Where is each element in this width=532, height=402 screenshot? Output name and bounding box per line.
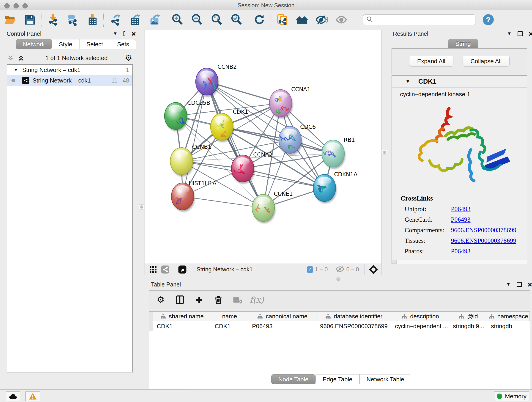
zoom-out-icon[interactable] xyxy=(187,12,207,28)
network-share-view-icon[interactable] xyxy=(161,265,170,274)
tab-node-table[interactable]: Node Table xyxy=(271,374,316,384)
crosslink-link[interactable]: P06493 xyxy=(451,248,471,255)
tab-network[interactable]: Network xyxy=(16,39,52,49)
column-header-shared-name[interactable]: shared name xyxy=(153,312,211,321)
tab-select[interactable]: Select xyxy=(79,39,110,49)
column-header-description[interactable]: description xyxy=(391,312,449,321)
table-cell[interactable]: CDK1 xyxy=(211,321,248,331)
network-edge[interactable] xyxy=(207,82,263,208)
cloud-button[interactable] xyxy=(6,391,20,401)
network-node-HIST1H1A[interactable]: HIST1H1A xyxy=(171,180,216,212)
results-hscrollbar[interactable] xyxy=(392,260,527,264)
delete-table-icon[interactable] xyxy=(231,293,244,307)
column-header-namespace[interactable]: namespace xyxy=(487,312,530,321)
column-header-canonical-name[interactable]: canonical name xyxy=(248,312,317,321)
zoom-fit-icon[interactable] xyxy=(207,12,227,28)
left-splitter-knob[interactable] xyxy=(139,204,144,210)
table-row[interactable]: CDK1CDK1P064939606.ENSP00000378699cyclin… xyxy=(149,321,530,331)
zoom-in-icon[interactable] xyxy=(167,12,187,28)
preview-eye-icon[interactable] xyxy=(331,12,351,28)
network-collection-row[interactable]: ▼ String Network – cdk1 1 xyxy=(7,65,133,75)
collapse-all-icon[interactable] xyxy=(7,55,14,61)
panel-float-icon[interactable] xyxy=(123,31,125,36)
network-node-CDC6[interactable]: CDC6 xyxy=(279,123,316,155)
section-caret-icon[interactable]: ▼ xyxy=(405,79,410,84)
column-header-database-identifier[interactable]: database identifier xyxy=(317,312,391,321)
search-input[interactable] xyxy=(375,17,472,23)
panel-close-icon[interactable]: × xyxy=(528,282,532,287)
birdseye-view-icon[interactable] xyxy=(178,265,187,274)
bottom-splitter-knob[interactable] xyxy=(336,277,340,281)
crosslink-link[interactable]: 9606.ENSP00000378699 xyxy=(451,237,516,244)
grid-view-icon[interactable] xyxy=(149,265,157,274)
tab-network-table[interactable]: Network Table xyxy=(360,374,411,384)
table-tabs: Node TableEdge TableNetwork Table xyxy=(271,374,411,384)
warning-button[interactable] xyxy=(25,391,40,401)
table-cell[interactable]: stringdb:9... xyxy=(449,321,487,331)
tab-sets[interactable]: Sets xyxy=(110,39,136,49)
column-header-name[interactable]: name xyxy=(211,312,248,321)
crosslink-link[interactable]: P06493 xyxy=(451,205,471,213)
network-from-clipboard-icon[interactable] xyxy=(272,12,292,28)
column-visibility-icon[interactable] xyxy=(174,293,186,307)
network-node-RB1[interactable]: RB1 xyxy=(322,137,355,169)
panel-collapse-icon[interactable]: ▼ xyxy=(506,282,511,287)
table-settings-gear-icon[interactable]: ⚙ xyxy=(154,293,167,307)
refresh-layout-icon[interactable] xyxy=(249,12,269,28)
network-edge[interactable] xyxy=(183,82,207,196)
expand-all-button[interactable]: Expand All xyxy=(409,56,453,67)
panel-float-icon[interactable] xyxy=(517,282,522,287)
tree-caret-icon[interactable]: ▼ xyxy=(14,67,18,72)
panel-collapse-icon[interactable]: ▼ xyxy=(507,31,512,36)
panel-close-icon[interactable]: × xyxy=(131,31,136,36)
import-network-database-icon[interactable] xyxy=(63,12,82,28)
table-cell[interactable]: P06493 xyxy=(248,321,317,331)
column-header-@id[interactable]: @id xyxy=(449,312,487,321)
function-builder-icon[interactable]: f(x) xyxy=(251,293,263,307)
network-canvas[interactable]: CCNB2CCNA1CDC25BCDK1CDC6RB1CCNB1CCNA2CDK… xyxy=(145,30,381,264)
tab-style[interactable]: Style xyxy=(52,39,79,49)
gene-section-header[interactable]: ▼ CDK1 xyxy=(392,76,527,88)
toolbar-separator xyxy=(166,13,166,27)
table-cell[interactable]: CDK1 xyxy=(153,321,211,331)
network-node-CCNE1[interactable]: CCNE1 xyxy=(252,191,293,223)
table-cell[interactable]: cyclin–dependent ... xyxy=(391,321,449,331)
delete-column-icon[interactable] xyxy=(212,293,225,307)
crosslink-link[interactable]: P06493 xyxy=(451,216,471,223)
zoom-selected-icon[interactable] xyxy=(227,12,246,28)
import-table-file-icon[interactable] xyxy=(82,12,102,28)
add-column-icon[interactable]: + xyxy=(193,293,205,307)
search-icon xyxy=(366,16,373,24)
table-cell[interactable]: 9606.ENSP00000378699 xyxy=(317,321,391,331)
network-node-CDC25B[interactable]: CDC25B xyxy=(165,99,210,131)
network-node-CCNB2[interactable]: CCNB2 xyxy=(196,64,237,97)
right-splitter-knob[interactable] xyxy=(382,150,387,155)
export-network-icon[interactable] xyxy=(105,12,125,28)
tab-edge-table[interactable]: Edge Table xyxy=(316,374,360,384)
search-box[interactable] xyxy=(363,14,475,25)
save-session-icon[interactable] xyxy=(20,12,40,28)
expand-all-icon[interactable] xyxy=(18,55,25,61)
panel-float-icon[interactable] xyxy=(518,31,523,36)
selected-checkbox-icon[interactable]: ✓ xyxy=(307,266,313,273)
collapse-all-button[interactable]: Collapse All xyxy=(462,56,510,67)
help-button[interactable]: ? xyxy=(483,14,494,25)
panel-collapse-icon[interactable]: ▼ xyxy=(113,31,118,36)
open-session-icon[interactable] xyxy=(0,12,20,28)
home-icon[interactable] xyxy=(292,12,312,28)
network-node-CDKN1A[interactable]: CDKN1A xyxy=(313,171,357,203)
network-options-gear-icon[interactable]: ⚙ xyxy=(125,53,132,63)
memory-button[interactable]: Memory xyxy=(494,391,529,401)
panel-close-icon[interactable]: × xyxy=(529,31,532,36)
network-node-CCNA2[interactable]: CCNA2 xyxy=(231,151,272,184)
export-image-icon[interactable] xyxy=(145,12,164,28)
show-hide-panels-icon[interactable] xyxy=(312,12,331,28)
move-crosshair-icon[interactable] xyxy=(369,265,378,274)
table-cell[interactable]: stringdb xyxy=(487,321,530,331)
network-node-CCNA1[interactable]: CCNA1 xyxy=(269,86,310,119)
export-table-icon[interactable] xyxy=(125,12,145,28)
tab-string[interactable]: String xyxy=(448,39,478,49)
import-network-file-icon[interactable] xyxy=(43,12,63,28)
crosslink-link[interactable]: 9606.ENSP00000378699 xyxy=(451,226,516,234)
network-row[interactable]: String Network – cdk1 11 48 xyxy=(7,75,133,86)
